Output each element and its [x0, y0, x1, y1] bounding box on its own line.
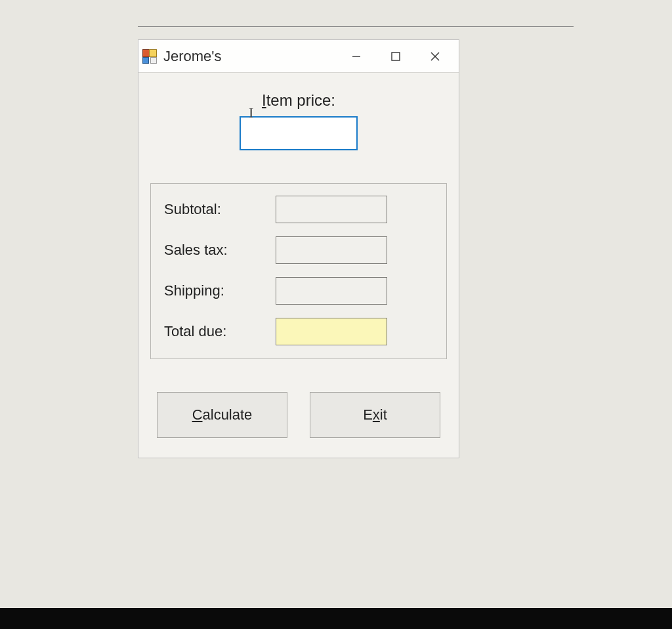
totaldue-row: Total due: — [164, 318, 433, 345]
salestax-output — [276, 236, 387, 264]
top-separator — [138, 26, 574, 27]
minimize-button[interactable] — [337, 41, 376, 72]
shipping-output — [276, 277, 387, 305]
app-window: Jerome's I Item price: Subtotal: Sales — [138, 39, 459, 458]
item-price-input[interactable] — [240, 116, 358, 150]
item-price-label: Item price: — [262, 91, 335, 110]
salestax-label: Sales tax: — [164, 242, 276, 259]
totaldue-output — [276, 318, 387, 345]
salestax-row: Sales tax: — [164, 236, 433, 264]
item-price-block: I Item price: — [150, 91, 447, 150]
app-icon — [142, 49, 157, 64]
title-bar[interactable]: Jerome's — [138, 40, 459, 73]
text-cursor-icon: I — [249, 104, 253, 121]
svg-rect-1 — [392, 53, 400, 60]
maximize-button[interactable] — [376, 41, 415, 72]
results-group: Subtotal: Sales tax: Shipping: Total due… — [150, 183, 447, 359]
client-area: I Item price: Subtotal: Sales tax: Shipp… — [138, 73, 459, 458]
minimize-icon — [351, 51, 362, 62]
close-icon — [430, 51, 440, 62]
exit-button[interactable]: Exit — [310, 392, 440, 438]
subtotal-label: Subtotal: — [164, 201, 276, 218]
maximize-icon — [390, 51, 401, 62]
shipping-row: Shipping: — [164, 277, 433, 305]
totaldue-label: Total due: — [164, 323, 276, 340]
subtotal-output — [276, 196, 387, 223]
bottom-strip — [0, 608, 672, 629]
close-button[interactable] — [415, 41, 455, 72]
shipping-label: Shipping: — [164, 282, 276, 299]
window-title: Jerome's — [163, 48, 222, 65]
button-row: Calculate Exit — [150, 392, 447, 438]
subtotal-row: Subtotal: — [164, 196, 433, 223]
calculate-button[interactable]: Calculate — [157, 392, 287, 438]
